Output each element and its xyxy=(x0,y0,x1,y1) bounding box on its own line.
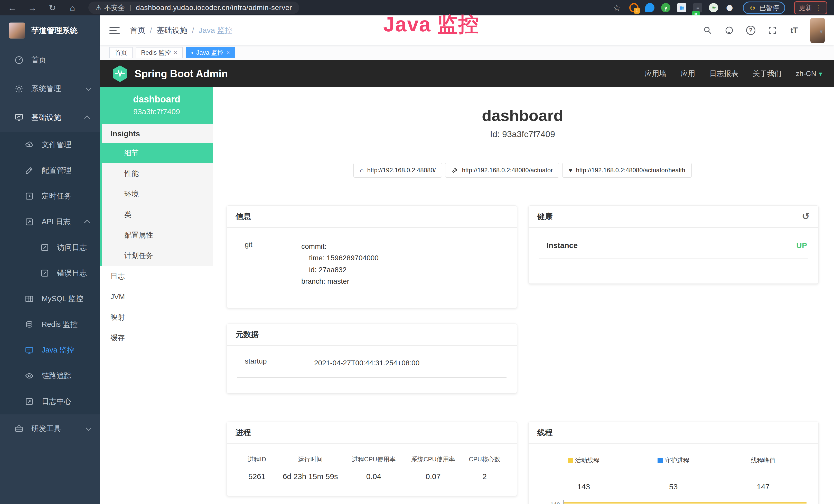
security-chip[interactable]: ⚠ 不安全 xyxy=(95,3,125,12)
sidebar-item-config-management[interactable]: 配置管理 xyxy=(0,158,100,183)
sba-nav-about[interactable]: 关于我们 xyxy=(753,69,782,78)
app-header: 首页 / 基础设施 / Java 监控 ? xyxy=(100,16,834,45)
caret-down-icon[interactable]: ▾ xyxy=(820,28,823,35)
health-url-button[interactable]: ♥ http://192.168.0.2:48080/actuator/heal… xyxy=(562,163,692,178)
close-icon[interactable]: × xyxy=(174,49,177,56)
extension-pin-icon[interactable] xyxy=(645,3,655,12)
update-button[interactable]: 更新 ⋮ xyxy=(794,1,827,15)
sba-item-label: 环境 xyxy=(124,189,139,199)
sba-nav-applications[interactable]: 应用 xyxy=(681,69,695,78)
sidebar-item-label: 基础设施 xyxy=(31,112,78,123)
sidebar-item-label: 访问日志 xyxy=(57,243,90,253)
extension-y-icon[interactable]: y xyxy=(661,3,671,12)
sidebar-item-file-management[interactable]: 文件管理 xyxy=(0,132,100,158)
home-icon[interactable]: ⌂ xyxy=(67,3,78,13)
paused-pill-button[interactable]: ☺ 已暂停 xyxy=(743,2,785,14)
active-dot-icon: ● xyxy=(191,51,193,55)
sba-item-label: 类 xyxy=(124,210,132,220)
sidebar-item-api-logs[interactable]: API 日志 xyxy=(0,209,100,235)
hamburger-icon[interactable] xyxy=(109,27,120,34)
history-icon[interactable]: ↺ xyxy=(802,211,810,222)
process-uptime: 6d 23h 15m 59s xyxy=(277,472,344,481)
sidebar-item-system[interactable]: 系统管理 xyxy=(0,74,100,103)
reload-icon[interactable]: ↻ xyxy=(47,3,58,13)
breadcrumb-home[interactable]: 首页 xyxy=(130,25,146,36)
fullscreen-icon[interactable] xyxy=(767,25,777,36)
monitor-icon xyxy=(25,346,34,355)
sidebar-item-trace[interactable]: 链路追踪 xyxy=(0,363,100,389)
legend-label: 线程峰值 xyxy=(751,456,775,464)
browser-toolbar: ← → ↻ ⌂ ⚠ 不安全 | dashboard.yudao.iocoder.… xyxy=(0,0,834,16)
browser-menu-dots-icon[interactable]: ⋮ xyxy=(815,4,822,12)
tab-redis-monitor[interactable]: Redis 监控 × xyxy=(136,47,183,58)
sba-item-caches[interactable]: 缓存 xyxy=(100,328,213,348)
extension-orange-icon[interactable]: 1 xyxy=(629,3,639,12)
sidebar-logo-row[interactable]: 芋道管理系统 xyxy=(0,16,100,46)
git-info-row: git commit: time: 1596289704000 id: 27aa… xyxy=(237,230,506,296)
legend-daemon-threads: 守护进程 xyxy=(629,456,719,464)
forward-icon[interactable]: → xyxy=(27,3,38,13)
sidebar-item-log-center[interactable]: 日志中心 xyxy=(0,389,100,414)
sba-section-label: Insights xyxy=(102,124,213,143)
sidebar-item-java-monitor[interactable]: Java 监控 xyxy=(0,337,100,363)
sidebar-item-dev-tools[interactable]: 研发工具 xyxy=(0,414,100,443)
url-text[interactable]: dashboard.yudao.iocoder.cn/infra/admin-s… xyxy=(136,4,292,12)
font-size-icon[interactable]: tT xyxy=(789,25,799,36)
card-title: 健康 xyxy=(537,211,553,222)
sba-language-select[interactable]: zh-CN ▾ xyxy=(796,70,822,78)
sba-item-metrics[interactable]: 性能 xyxy=(102,163,213,184)
tab-home[interactable]: 首页 xyxy=(109,47,133,58)
sba-item-mappings[interactable]: 映射 xyxy=(100,307,213,328)
sidebar-item-access-logs[interactable]: 访问日志 xyxy=(0,235,100,260)
health-card: 健康 ↺ Instance UP xyxy=(528,205,819,284)
breadcrumb-infrastructure[interactable]: 基础设施 xyxy=(157,25,188,36)
health-label: Instance xyxy=(540,241,578,250)
peak-threads-value: 147 xyxy=(719,482,808,491)
help-icon[interactable]: ? xyxy=(746,25,756,36)
github-icon[interactable] xyxy=(724,25,734,36)
chevron-down-icon xyxy=(86,85,92,91)
sidebar-item-error-logs[interactable]: 错误日志 xyxy=(0,260,100,286)
sidebar-item-infrastructure[interactable]: 基础设施 xyxy=(0,103,100,132)
process-col-header: 进程ID xyxy=(237,455,277,463)
close-icon[interactable]: × xyxy=(226,49,230,56)
ext-list-glyph: ≡ xyxy=(696,5,699,10)
extension-list-icon[interactable]: ≡ on xyxy=(693,3,702,12)
sba-item-jvm[interactable]: JVM xyxy=(100,287,213,307)
sba-brand-title[interactable]: Spring Boot Admin xyxy=(135,68,228,79)
tab-label: Java 监控 xyxy=(196,48,223,57)
actuator-url-button[interactable]: http://192.168.0.2:48080/actuator xyxy=(445,163,559,178)
bookmark-star-icon[interactable]: ☆ xyxy=(613,3,620,13)
chart-plot-area xyxy=(564,500,808,504)
sba-nav-wallboard[interactable]: 应用墙 xyxy=(645,69,666,78)
extension-grid-icon[interactable]: ▦ xyxy=(677,3,686,12)
sba-item-config-props[interactable]: 配置属性 xyxy=(102,225,213,246)
cards-right-column: 健康 ↺ Instance UP xyxy=(528,205,819,504)
sba-item-details[interactable]: 细节 xyxy=(102,143,213,163)
sidebar-item-label: 文件管理 xyxy=(42,140,90,150)
live-threads-value: 143 xyxy=(539,482,629,491)
address-bar[interactable]: ⚠ 不安全 | dashboard.yudao.iocoder.cn/infra… xyxy=(88,2,299,14)
back-icon[interactable]: ← xyxy=(7,3,18,13)
sba-item-logs[interactable]: 日志 xyxy=(100,266,213,287)
service-url: http://192.168.0.2:48080/ xyxy=(367,167,436,174)
sba-item-label: JVM xyxy=(110,293,125,301)
instance-links: ⌂ http://192.168.0.2:48080/ http://192.1… xyxy=(226,163,818,178)
sidebar-item-scheduled-tasks[interactable]: 定时任务 xyxy=(0,183,100,209)
sba-app-header[interactable]: dashboard 93a3fc7f7409 xyxy=(100,87,213,124)
sba-item-scheduled-tasks[interactable]: 计划任务 xyxy=(102,246,213,266)
search-icon[interactable] xyxy=(702,25,713,36)
sidebar-item-mysql-monitor[interactable]: MySQL 监控 xyxy=(0,286,100,312)
extension-leaf-icon[interactable]: ❧ xyxy=(709,3,718,12)
sba-nav-journal[interactable]: 日志报表 xyxy=(710,69,739,78)
sidebar-item-home[interactable]: 首页 xyxy=(0,46,100,74)
tab-java-monitor[interactable]: ● Java 监控 × xyxy=(186,47,235,58)
sidebar-item-redis-monitor[interactable]: Redis 监控 xyxy=(0,312,100,337)
sba-item-classes[interactable]: 类 xyxy=(102,204,213,225)
eye-icon xyxy=(25,371,34,381)
service-url-button[interactable]: ⌂ http://192.168.0.2:48080/ xyxy=(353,163,442,178)
git-line: commit: xyxy=(301,240,379,252)
update-label: 更新 xyxy=(799,3,812,12)
extensions-puzzle-icon[interactable]: ⬣ xyxy=(725,3,734,12)
sba-item-environment[interactable]: 环境 xyxy=(102,184,213,204)
